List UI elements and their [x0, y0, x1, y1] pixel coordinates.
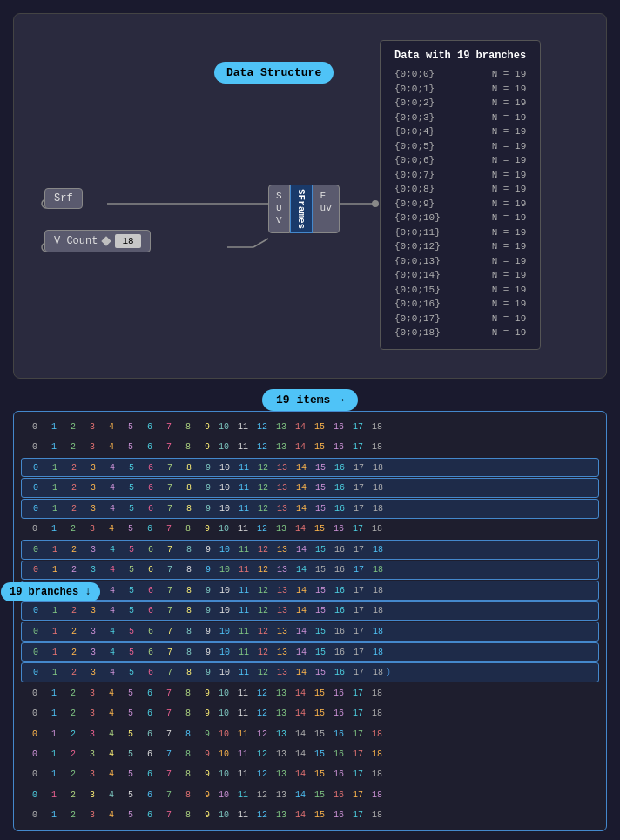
cell-r7-c9: 9 — [194, 586, 213, 595]
cell-r10-c2: 2 — [60, 648, 79, 657]
cell-r15-c0: 0 — [21, 749, 40, 759]
cell-r17-c10: 10 — [212, 790, 232, 800]
cell-r14-c5: 5 — [117, 729, 136, 739]
grid-row: 0123456789101112131415161718 — [21, 703, 599, 722]
cell-r16-c13: 13 — [270, 769, 289, 779]
tooltip-row-8: {0;0;8}N = 19 — [394, 182, 526, 197]
cell-r9-c9: 9 — [194, 627, 213, 636]
cell-r1-c2: 2 — [60, 463, 79, 473]
cell-r11-c13: 13 — [271, 668, 290, 677]
cell-r4-c2: 2 — [59, 524, 78, 534]
cell-r4-c6: 6 — [136, 524, 155, 534]
cell-r15-c3: 3 — [78, 749, 98, 759]
cell-r11-c16: 16 — [328, 668, 347, 677]
cell-r2-c1: 1 — [41, 483, 60, 493]
cell-r11-c9: 9 — [194, 668, 213, 677]
header-cell-2: 2 — [59, 422, 78, 432]
cell-r16-c6: 6 — [136, 769, 155, 779]
cell-r1-c18: 18 — [367, 463, 386, 473]
node-sframes[interactable]: S U V SFrames F uv — [268, 185, 340, 233]
header-cell-7: 7 — [155, 422, 174, 432]
cell-r10-c15: 15 — [309, 648, 328, 657]
sframes-output-f: F — [320, 191, 332, 201]
tooltip-row-9: {0;0;9}N = 19 — [394, 197, 526, 212]
sframes-label: SFrames — [290, 185, 313, 233]
cell-r16-c16: 16 — [327, 769, 347, 779]
cell-r0-c18: 18 — [366, 442, 385, 452]
cell-r13-c12: 12 — [251, 709, 270, 718]
tooltip-row-1: {0;0;1}N = 19 — [394, 82, 526, 97]
grid-row: 0123456789101112131415161718 — [21, 581, 599, 601]
cell-r13-c10: 10 — [212, 709, 232, 718]
svg-point-4 — [372, 200, 379, 207]
tooltip-row-0: {0;0;0}N = 19 — [394, 67, 526, 82]
cell-r10-c4: 4 — [98, 648, 118, 657]
cell-r8-c14: 14 — [290, 606, 309, 615]
cell-r18-c13: 13 — [270, 810, 289, 820]
cell-r6-c18: 18 — [367, 565, 386, 575]
cell-r1-c3: 3 — [79, 463, 98, 473]
cell-r15-c13: 13 — [270, 749, 289, 759]
sframes-input-u: U — [276, 203, 282, 213]
cell-r1-c7: 7 — [156, 463, 175, 473]
cell-r12-c2: 2 — [59, 689, 78, 698]
cell-r17-c8: 8 — [174, 790, 193, 800]
cell-r2-c5: 5 — [118, 483, 137, 493]
cell-r7-c17: 17 — [347, 586, 367, 595]
cell-r4-c15: 15 — [308, 524, 327, 534]
cell-r13-c11: 11 — [232, 709, 251, 718]
cell-r13-c3: 3 — [78, 709, 98, 718]
cell-r9-c17: 17 — [347, 627, 367, 636]
cell-r16-c5: 5 — [117, 769, 136, 779]
cell-r2-c2: 2 — [60, 483, 79, 493]
cell-r14-c18: 18 — [366, 729, 385, 739]
cell-r0-c6: 6 — [136, 442, 155, 452]
cell-r8-c13: 13 — [271, 606, 290, 615]
header-cell-18: 18 — [366, 422, 385, 432]
cell-r1-c9: 9 — [194, 463, 213, 473]
tooltip-row-13: {0;0;13}N = 19 — [394, 254, 526, 269]
grid-row: 0123456789101112131415161718 — [21, 437, 599, 456]
cell-r16-c10: 10 — [212, 769, 232, 779]
cell-r5-c8: 8 — [175, 545, 194, 554]
cell-r9-c6: 6 — [137, 627, 156, 636]
cell-r18-c9: 9 — [193, 810, 212, 820]
cell-r5-c15: 15 — [309, 545, 328, 554]
cell-r16-c18: 18 — [366, 769, 385, 779]
cell-r18-c5: 5 — [117, 810, 136, 820]
cell-r13-c6: 6 — [136, 709, 155, 718]
cell-r8-c17: 17 — [347, 606, 367, 615]
cell-r2-c15: 15 — [309, 483, 328, 493]
cell-r10-c17: 17 — [347, 648, 367, 657]
grid-rows-container: 0123456789101112131415161718012345678910… — [14, 412, 606, 830]
cell-r4-c13: 13 — [270, 524, 289, 534]
cell-r3-c4: 4 — [98, 504, 118, 514]
vcount-value[interactable]: 18 — [115, 234, 140, 248]
cell-r3-c17: 17 — [347, 504, 367, 514]
cell-r5-c2: 2 — [60, 545, 79, 554]
cell-r12-c0: 0 — [21, 689, 40, 698]
cell-r18-c2: 2 — [59, 810, 78, 820]
cell-r10-c12: 12 — [252, 648, 271, 657]
cell-r0-c11: 11 — [232, 442, 251, 452]
node-srf[interactable]: Srf — [44, 188, 83, 209]
cell-r18-c18: 18 — [366, 810, 385, 820]
cell-r14-c7: 7 — [155, 729, 174, 739]
cell-r16-c11: 11 — [232, 769, 251, 779]
node-vcount[interactable]: V Count 18 — [44, 230, 151, 252]
cell-r8-c4: 4 — [98, 606, 118, 615]
cell-r16-c3: 3 — [78, 769, 98, 779]
cell-r8-c11: 11 — [232, 606, 252, 615]
cell-r11-c4: 4 — [98, 668, 118, 677]
cell-r14-c16: 16 — [327, 729, 347, 739]
cell-r5-c12: 12 — [252, 545, 271, 554]
cell-r11-c6: 6 — [137, 668, 156, 677]
cell-r4-c10: 10 — [212, 524, 232, 534]
header-cell-5: 5 — [117, 422, 136, 432]
cell-r18-c4: 4 — [98, 810, 117, 820]
cell-r1-c4: 4 — [98, 463, 118, 473]
cell-r1-c0: 0 — [22, 463, 41, 473]
cell-r6-c6: 6 — [137, 565, 156, 575]
cell-r18-c7: 7 — [155, 810, 174, 820]
cell-r10-c3: 3 — [79, 648, 98, 657]
